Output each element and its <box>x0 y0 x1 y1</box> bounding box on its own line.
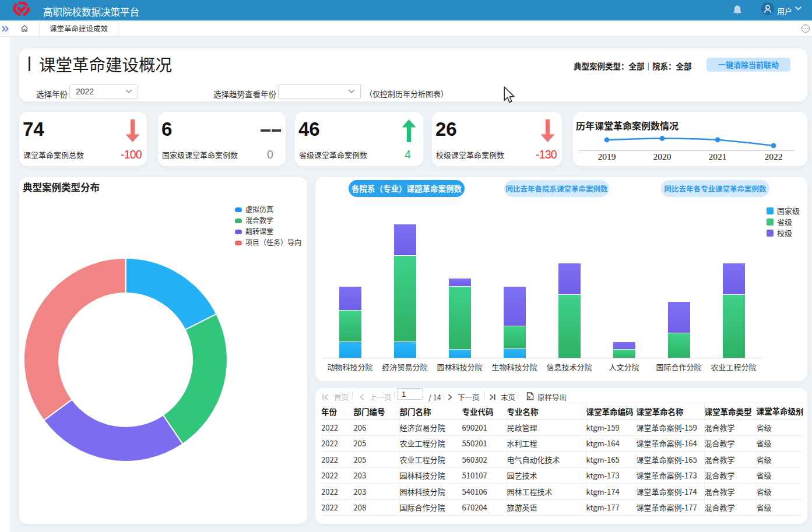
svg-text:2020: 2020 <box>653 152 672 161</box>
svg-text:2022: 2022 <box>765 152 783 161</box>
svg-text:2019: 2019 <box>598 152 616 161</box>
svg-text:2021: 2021 <box>709 152 727 161</box>
